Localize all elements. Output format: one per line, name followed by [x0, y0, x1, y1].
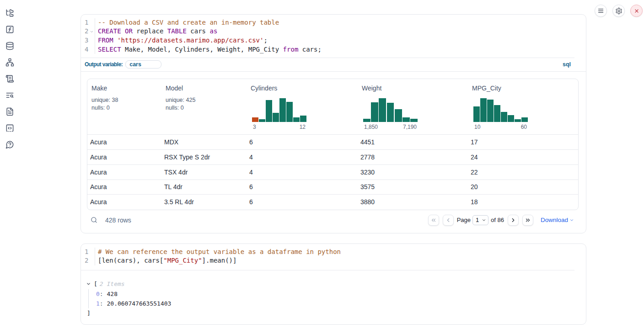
tree-entry-value: 20.060747663551403: [107, 300, 171, 307]
column-header-make[interactable]: Makeunique: 38nulls: 0: [87, 79, 161, 135]
histogram-bar: [252, 117, 258, 122]
menu-icon: [597, 7, 604, 14]
fold-gutter-slot: [89, 18, 95, 27]
code-content[interactable]: -- Download a CSV and create an in-memor…: [95, 18, 586, 54]
download-button[interactable]: Download: [541, 217, 574, 223]
table-cell: TSX 4dr: [161, 164, 247, 180]
table-cell: 6: [247, 180, 358, 195]
histogram-bar: [293, 117, 300, 122]
code-line[interactable]: FROM 'https://datasets.marimo.app/cars.c…: [98, 36, 586, 45]
tree-root-row: [ 2 Items: [86, 279, 586, 289]
table-cell: Acura: [87, 180, 161, 195]
settings-button[interactable]: [612, 5, 625, 17]
search-button[interactable]: [91, 217, 97, 223]
table-cell: Acura: [87, 164, 161, 180]
chevron-down-icon: [569, 218, 574, 222]
histogram-bar: [395, 109, 402, 122]
search-icon: [91, 217, 97, 223]
column-title: Make: [91, 84, 157, 93]
data-table: Makeunique: 38nulls: 0Modelunique: 425nu…: [87, 79, 578, 210]
sidebar-item-variables[interactable]: [2, 21, 18, 37]
table-cell: 6: [247, 195, 358, 210]
menu-button[interactable]: [595, 5, 607, 17]
histogram-bar: [508, 115, 514, 122]
chevrons-left-icon: [430, 217, 437, 223]
sidebar-item-dependencies[interactable]: [2, 54, 18, 70]
chevron-left-icon: [445, 217, 451, 223]
line-number: 1: [81, 18, 89, 27]
line-number: 1: [81, 248, 89, 257]
first-page-button[interactable]: [428, 215, 439, 226]
folder-tree-icon: [5, 9, 14, 17]
language-badge: sql: [563, 61, 571, 68]
column-header-mpg_city[interactable]: MPG_City1060: [468, 79, 578, 135]
fold-caret[interactable]: [89, 27, 95, 36]
tree-entry-key: 0: [96, 291, 100, 297]
page-select-caret: [482, 218, 486, 222]
page-label: Page: [457, 217, 471, 223]
chevron-down-icon: [482, 218, 486, 222]
sidebar-item-snippets[interactable]: [2, 120, 18, 136]
chevron-down-icon: [86, 281, 91, 286]
tree-children: 0: 4281: 20.060747663551403: [88, 289, 586, 308]
histogram-bar: [515, 119, 521, 122]
histogram-axis: 1060: [473, 124, 528, 130]
output-variable-input[interactable]: [125, 60, 161, 69]
function-square-icon: [5, 25, 14, 34]
row-count: 428 rows: [105, 217, 131, 224]
pagination: Page 1 of 86 Download: [428, 215, 579, 226]
database-icon: [5, 42, 14, 50]
shutdown-button[interactable]: [630, 5, 643, 17]
sidebar-item-documentation[interactable]: [2, 103, 18, 120]
fold-gutter-slot: [89, 248, 95, 257]
code-line[interactable]: SELECT Make, Model, Cylinders, Weight, M…: [98, 45, 586, 54]
column-header-model[interactable]: Modelunique: 425nulls: 0: [161, 79, 247, 135]
table-cell: RSX Type S 2dr: [161, 149, 247, 164]
table-cell: Acura: [87, 135, 161, 150]
column-title: MPG_City: [472, 84, 574, 93]
column-header-cylinders[interactable]: Cylinders312: [247, 79, 358, 135]
sidebar-item-scratchpad[interactable]: [2, 70, 18, 87]
code-line[interactable]: -- Download a CSV and create an in-memor…: [98, 18, 586, 27]
line-number: 3: [81, 36, 89, 45]
column-title: Cylinders: [251, 84, 354, 93]
table-cell: 24: [468, 149, 578, 164]
code-line[interactable]: # We can reference the output variable a…: [98, 248, 586, 257]
table-cell: 17: [468, 135, 578, 150]
histogram-bar: [487, 100, 494, 122]
output-variable-label: Output variable:: [85, 61, 123, 68]
sql-code-editor[interactable]: 1234-- Download a CSV and create an in-m…: [81, 15, 586, 58]
previous-page-button[interactable]: [443, 215, 454, 226]
table-cell: 18: [468, 195, 578, 210]
sidebar-item-logs[interactable]: [2, 87, 18, 103]
code-line[interactable]: CREATE OR replace TABLE cars as: [98, 27, 586, 36]
sidebar-item-file-explorer[interactable]: [2, 5, 18, 21]
sidebar-item-help[interactable]: [2, 136, 18, 153]
page-select[interactable]: 1: [472, 215, 488, 225]
page-total-label: of 86: [491, 217, 504, 223]
tree-entry: 0: 428: [96, 289, 586, 299]
table-cell: TL 4dr: [161, 180, 247, 195]
column-stats: unique: 425nulls: 0: [166, 96, 242, 111]
histogram-bar: [286, 102, 293, 122]
code-content[interactable]: # We can reference the output variable a…: [95, 248, 586, 265]
data-table-card: Makeunique: 38nulls: 0Modelunique: 425nu…: [87, 79, 579, 210]
collapse-caret[interactable]: [86, 281, 91, 286]
column-header-weight[interactable]: Weight1,8507,190: [358, 79, 468, 135]
table-row: AcuraRSX Type S 2dr4277824: [87, 149, 578, 164]
python-code-editor[interactable]: 12# We can reference the output variable…: [81, 244, 586, 270]
table-cell: 4: [247, 149, 358, 164]
histogram-bar: [494, 105, 500, 122]
histogram-bar: [363, 119, 370, 122]
last-page-button[interactable]: [522, 215, 533, 226]
editor-gutter: 1234: [81, 18, 95, 54]
chevrons-right-icon: [525, 217, 531, 223]
top-actions: [595, 5, 643, 17]
code-line[interactable]: [len(cars), cars["MPG_City"].mean()]: [98, 256, 586, 265]
sidebar-item-datasources[interactable]: [2, 37, 18, 54]
next-page-button[interactable]: [508, 215, 519, 226]
tree-entry-value: 428: [107, 291, 117, 297]
histogram-bar: [379, 98, 386, 122]
tree-entry: 1: 20.060747663551403: [96, 299, 586, 308]
histogram-bar: [387, 103, 394, 122]
